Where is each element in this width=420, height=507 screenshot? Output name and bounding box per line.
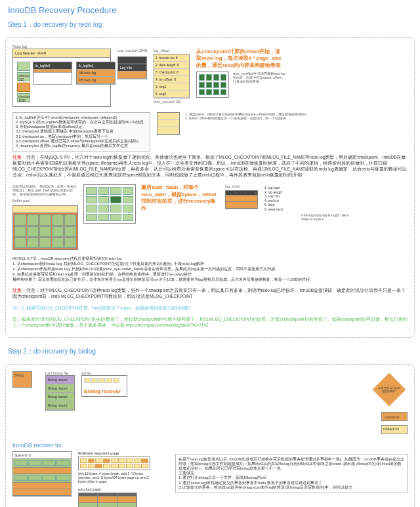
log-sys-buf-label: Log_sys.buf: 2048: [117, 49, 147, 52]
ib-logfile1-block: ib_logfile1 DB redo log DB redo log: [76, 62, 116, 85]
redo-log-box: Log header: 2048 checkpoint: 512 checkpo…: [12, 49, 111, 107]
notes-box-1: 1. ib_logfile0 开头4个chunk(checkpoint, che…: [12, 112, 150, 152]
buffer-pool: [12, 205, 78, 250]
checkpoint-list: 1. header no: 8 2. data length: 8 3. che…: [154, 54, 190, 98]
checkpoint-cell-2: checkpoint: 1536: [17, 93, 30, 102]
callout-mid: 1. 通过space，offset计算对应的哈希槽idx(space, offs…: [185, 112, 316, 120]
question-1: 问：1. 如果写MLOG_CHECKPOINT前。InnoDB发生了crash。…: [12, 302, 408, 314]
recover-trx-title: InnoDB recover trx: [12, 442, 408, 449]
log-body-fields: 1. log type 2. log length 3. start lsn 4…: [263, 184, 296, 213]
notes-3: MYSQL 5.7后，InnoDB recovery过程总要循着扫描3次redo…: [12, 254, 408, 285]
binlog-recover-label: Binlog recover: [84, 388, 125, 394]
ib-logfile0-cell: [17, 62, 30, 71]
space-box: Space id: 5: [12, 451, 72, 497]
chain-note: if the log body big enough, use a chain …: [301, 213, 354, 221]
commit-trx-box: commit trx: [381, 412, 408, 421]
notes-return: 读取完以后返回。 MySQL为：如果一张表占用超过1，那么 addr_hash选…: [12, 184, 78, 196]
binlog-file: Binlog record Binlog record Binlog recor…: [45, 375, 75, 411]
rollback-trx-box: rollback trx: [381, 425, 408, 434]
step2-section: Binlog Last binlog file Binlog record Bi…: [5, 364, 415, 507]
ib-logfile0-block: ib_logfile0: [33, 62, 72, 85]
log-chkpt-label: log_chkpt: [154, 49, 190, 52]
rollback-segment: Rollback segment page Unk:16 bytes, 4 by…: [78, 451, 150, 483]
log-sys-buf-block: Log Info: [117, 56, 147, 79]
callout-checkpoint: 从checkpoint计算的offset开始，读取redo log，每次读取4 …: [196, 49, 282, 69]
step1-title: Step 1：do recovery by redo log: [0, 18, 420, 35]
attention-2: 注意：注意：对于MLOG_CHECKPOINT这种redo log类型，另外一个…: [12, 285, 408, 302]
undo-log-page: udo log page: [78, 487, 137, 507]
footer-notes: 在基于redo log恢复成功以后, InnoDB此做成后可就检在写后数据的事务…: [175, 454, 408, 493]
step1-section: Redo log Log header: 2048 checkpoint: 51…: [5, 37, 415, 338]
recv-addr-block: [157, 112, 180, 135]
xid-list-box: Binlog recover: [81, 375, 127, 397]
step2-title: Step 2：do recovery by binlog: [0, 344, 420, 361]
blank-cell: [17, 83, 30, 92]
log-header: Log header: 2048: [13, 49, 110, 58]
xid-decision-diamond: xid是否在xid_list对应的列表中?: [373, 373, 406, 406]
binlog-source: Binlog: [12, 371, 32, 388]
recv-sys-note: recv_sys的buf中只保存最新redo log的内容，内容中包含space…: [233, 71, 285, 98]
addr-hash-note: 遍历addr_hash，对每个recv_addr，根据space，offset找…: [141, 184, 220, 212]
decision-panel: xid是否在xid_list对应的列表中? commit trx rollbac…: [371, 371, 408, 434]
checkpoint-cell-1: checkpoint: 512: [17, 72, 30, 81]
addr-hash-grid: [83, 184, 136, 224]
answer-1: 答：如果此时没写MLOG_CHECKPOINT的实际数据了，相位新checkpo…: [12, 314, 408, 331]
hash-grid-1: [196, 71, 229, 98]
log-body-box: [225, 190, 258, 209]
attention-1: 注意：注意：在MySQL 5.7中，官方对于redo log的恢复做了逻辑优化。…: [12, 152, 408, 180]
page-title: InnoDB Recovery Procedure: [0, 0, 420, 18]
recv-sys-buf-label: recv_sys.buf: 2M: [154, 100, 190, 104]
binlog-box: Last binlog file Binlog record Binlog re…: [45, 371, 127, 411]
